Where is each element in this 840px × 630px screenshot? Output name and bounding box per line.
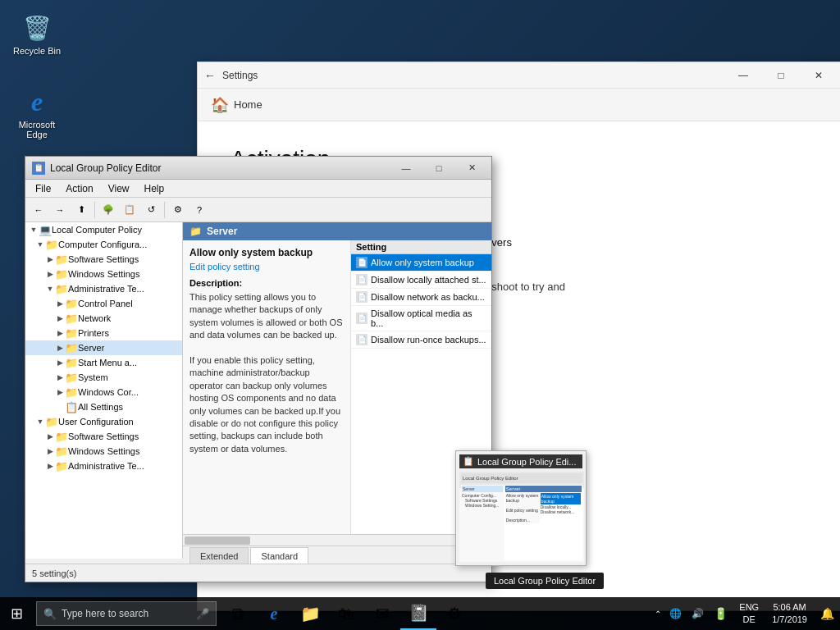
content-header-label: Server bbox=[207, 226, 237, 237]
policy-icon: 📄 bbox=[356, 274, 368, 285]
edit-policy-link[interactable]: Edit policy setting bbox=[189, 262, 344, 272]
lgpe-tabs: Extended Standard bbox=[183, 546, 491, 559]
toolbar-sep1 bbox=[94, 202, 95, 218]
network-icon[interactable]: 🌐 bbox=[664, 597, 687, 630]
tree-software-settings[interactable]: ▶ 📁 Software Settings bbox=[25, 252, 182, 267]
lgpe-minimize-button[interactable]: — bbox=[390, 160, 422, 176]
taskbar-mail[interactable]: ✉ bbox=[364, 597, 400, 630]
list-item-disallow-locally[interactable]: 📄 Disallow locally attached st... bbox=[351, 272, 491, 289]
desktop: 🗑️ Recycle Bin e Microsoft Edge ← Settin… bbox=[0, 0, 840, 630]
tree-system[interactable]: ▶ 📁 System bbox=[25, 370, 182, 385]
tree-start-menu[interactable]: ▶ 📁 Start Menu a... bbox=[25, 355, 182, 370]
toolbar-back[interactable]: ← bbox=[29, 200, 48, 220]
policy-icon: 📄 bbox=[356, 334, 368, 345]
taskbar-sys: ⌃ 🌐 🔊 🔋 ENG DE 5:06 AM 1/7/2019 🔔 bbox=[651, 597, 840, 630]
lgpe-titlebar: 📋 Local Group Policy Editor — □ ✕ bbox=[25, 157, 491, 180]
list-item-label: Allow only system backup bbox=[371, 258, 474, 267]
settings-maximize-button[interactable]: □ bbox=[762, 62, 800, 89]
tree-user-windows[interactable]: ▶ 📁 Windows Settings bbox=[25, 444, 182, 459]
tree-all-settings[interactable]: 📋 All Settings bbox=[25, 399, 182, 414]
settings-back-button[interactable]: ← bbox=[204, 69, 216, 82]
taskbar-file-explorer[interactable]: 📁 bbox=[292, 597, 328, 630]
toolbar-filter[interactable]: ⚙ bbox=[168, 200, 188, 220]
taskbar-edge[interactable]: e bbox=[256, 597, 292, 630]
toolbar-sep2 bbox=[164, 202, 165, 218]
tree-admin-templates[interactable]: ▼ 📁 Administrative Te... bbox=[25, 281, 182, 296]
settings-title: Settings bbox=[222, 70, 258, 81]
recycle-bin-icon[interactable]: 🗑️ Recycle Bin bbox=[8, 8, 66, 59]
list-item-disallow-optical[interactable]: 📄 Disallow optical media as b... bbox=[351, 306, 491, 331]
search-bar[interactable]: 🔍 Type here to search 🎤 bbox=[36, 601, 217, 626]
search-icon: 🔍 bbox=[43, 608, 57, 620]
tree-control-panel[interactable]: ▶ 📁 Control Panel bbox=[25, 296, 182, 311]
tree-network[interactable]: ▶ 📁 Network bbox=[25, 311, 182, 326]
tree-local-computer-policy[interactable]: ▼ 💻 Local Computer Policy bbox=[25, 222, 182, 237]
tree-printers[interactable]: ▶ 📁 Printers bbox=[25, 326, 182, 340]
settings-home-button[interactable]: 🏠 Home bbox=[211, 96, 262, 114]
tab-standard[interactable]: Standard bbox=[250, 547, 308, 559]
desc-text: This policy setting allows you to manage… bbox=[189, 291, 344, 455]
toolbar-up[interactable]: ⬆ bbox=[71, 200, 91, 220]
settings-nav: 🏠 Home bbox=[198, 89, 840, 121]
lgpe-close-button[interactable]: ✕ bbox=[455, 160, 488, 176]
date-label: 1/7/2019 bbox=[772, 614, 807, 626]
tree-user-admin[interactable]: ▶ 📁 Administrative Te... bbox=[25, 459, 182, 473]
show-hidden-icons[interactable]: ⌃ bbox=[655, 609, 661, 619]
settings-titlebar: ← Settings — □ ✕ bbox=[198, 62, 840, 89]
lgpe-title: Local Group Policy Editor bbox=[50, 162, 161, 174]
search-placeholder: Type here to search bbox=[62, 608, 148, 619]
notification-button[interactable]: 🔔 bbox=[814, 597, 840, 630]
toolbar-forward[interactable]: → bbox=[50, 200, 70, 220]
taskbar-notepad[interactable]: 📓 bbox=[400, 597, 436, 630]
menu-action[interactable]: Action bbox=[59, 181, 99, 196]
hover-label: Local Group Policy Editor bbox=[486, 573, 604, 589]
microsoft-edge-icon[interactable]: e Microsoft Edge bbox=[8, 82, 66, 143]
list-item-allow-system-backup[interactable]: 📄 Allow only system backup bbox=[351, 254, 491, 272]
list-item-label: Disallow network as backu... bbox=[371, 292, 485, 302]
menu-view[interactable]: View bbox=[102, 181, 136, 196]
sys-clock[interactable]: ENG DE bbox=[733, 601, 765, 627]
toolbar-refresh[interactable]: ↺ bbox=[141, 200, 161, 220]
toolbar-help[interactable]: ? bbox=[189, 200, 209, 220]
microphone-icon[interactable]: 🎤 bbox=[196, 608, 209, 620]
language-label: ENG bbox=[739, 601, 759, 614]
settings-close-button[interactable]: ✕ bbox=[800, 62, 838, 89]
taskbar-task-view[interactable]: ⧉ bbox=[220, 597, 256, 630]
lgpe-menubar: File Action View Help bbox=[25, 180, 491, 198]
tree-server[interactable]: ▶ 📁 Server bbox=[25, 340, 182, 355]
menu-file[interactable]: File bbox=[29, 181, 57, 196]
tree-computer-config[interactable]: ▼ 📁 Computer Configura... bbox=[25, 237, 182, 252]
horizontal-scrollbar[interactable] bbox=[183, 534, 491, 546]
lgpe-window: 📋 Local Group Policy Editor — □ ✕ File A… bbox=[25, 156, 492, 582]
taskbar-tooltip[interactable]: 📋 Local Group Policy Edi... Local Group … bbox=[455, 450, 587, 566]
settings-minimize-button[interactable]: — bbox=[724, 62, 762, 89]
toolbar-show-hide-tree[interactable]: 🌳 bbox=[98, 200, 118, 220]
tooltip-title: Local Group Policy Edi... bbox=[477, 457, 576, 467]
tooltip-titlebar: 📋 Local Group Policy Edi... bbox=[459, 454, 582, 468]
battery-icon[interactable]: 🔋 bbox=[709, 597, 733, 630]
volume-icon[interactable]: 🔊 bbox=[687, 597, 709, 630]
hidden-icons: ⌃ bbox=[651, 609, 664, 619]
policy-icon: 📄 bbox=[356, 313, 368, 324]
folder-icon: 📁 bbox=[189, 226, 202, 237]
settings-home-label: Home bbox=[234, 98, 262, 111]
tab-extended[interactable]: Extended bbox=[189, 547, 249, 559]
desc-panel: Allow only system backup Edit policy set… bbox=[183, 240, 351, 555]
taskbar-settings[interactable]: ⚙ bbox=[436, 597, 472, 630]
lgpe-body: ▼ 💻 Local Computer Policy ▼ 📁 Computer C… bbox=[25, 222, 491, 559]
lgpe-statusbar: 5 setting(s) bbox=[25, 564, 491, 582]
time-display[interactable]: 5:06 AM 1/7/2019 bbox=[765, 601, 814, 627]
list-item-disallow-network[interactable]: 📄 Disallow network as backu... bbox=[351, 289, 491, 306]
lgpe-maximize-button[interactable]: □ bbox=[422, 160, 455, 176]
list-item-disallow-run-once[interactable]: 📄 Disallow run-once backups... bbox=[351, 331, 491, 349]
tree-windows-components[interactable]: ▶ 📁 Windows Cor... bbox=[25, 385, 182, 399]
tree-user-config[interactable]: ▼ 📁 User Configuration bbox=[25, 414, 182, 429]
menu-help[interactable]: Help bbox=[138, 181, 171, 196]
tree-windows-settings[interactable]: ▶ 📁 Windows Settings bbox=[25, 267, 182, 281]
tree-user-software[interactable]: ▶ 📁 Software Settings bbox=[25, 429, 182, 444]
start-button[interactable]: ⊞ bbox=[0, 597, 33, 630]
toolbar-properties[interactable]: 📋 bbox=[120, 200, 139, 220]
list-item-label: Disallow optical media as b... bbox=[371, 308, 486, 328]
content-pane: Allow only system backup Edit policy set… bbox=[183, 240, 491, 555]
taskbar-store[interactable]: 🛍 bbox=[328, 597, 364, 630]
